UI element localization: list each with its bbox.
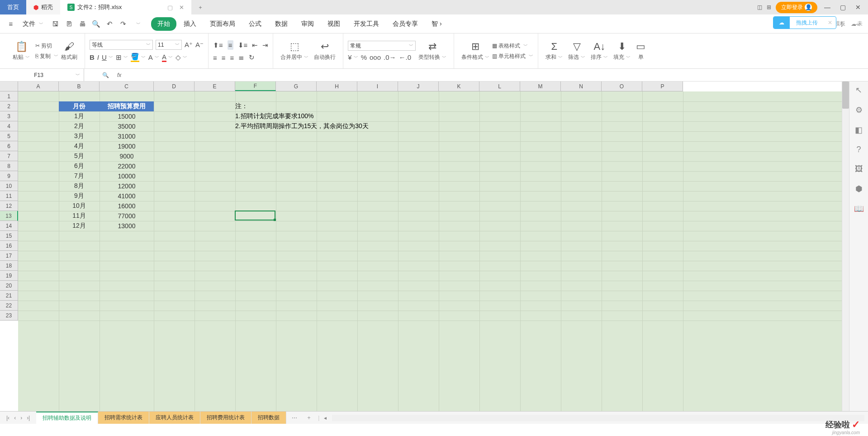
cell[interactable]: 4月	[59, 141, 100, 151]
formula-input[interactable]	[121, 69, 868, 81]
layout-panel-icon[interactable]: ◧	[855, 125, 863, 135]
column-header-E[interactable]: E	[194, 81, 235, 91]
align-middle-icon[interactable]: ≡	[228, 40, 233, 50]
column-header-C[interactable]: C	[100, 81, 154, 91]
format-painter-button[interactable]: 🖌格式刷	[58, 41, 80, 61]
tab-restore-icon[interactable]: ▢	[167, 4, 173, 11]
sheet-last-icon[interactable]: ›|	[27, 415, 30, 421]
minimize-button[interactable]: —	[822, 4, 833, 11]
export-icon[interactable]: 🖹	[63, 19, 74, 29]
column-header-L[interactable]: L	[479, 81, 520, 91]
menu-tab-dev[interactable]: 开发工具	[347, 17, 385, 31]
increase-decimal-icon[interactable]: .0→	[384, 53, 396, 61]
font-name-select[interactable]: 等线﹀	[90, 40, 153, 50]
undo-icon[interactable]: ↶	[104, 19, 115, 29]
column-header-H[interactable]: H	[317, 81, 357, 91]
row-header-4[interactable]: 4	[0, 121, 18, 131]
row-header-14[interactable]: 14	[0, 221, 18, 231]
cell[interactable]: 1月	[59, 111, 100, 121]
align-top-icon[interactable]: ⬆≡	[213, 41, 223, 49]
menu-tab-smart[interactable]: 智 ›	[425, 17, 448, 31]
tab-home[interactable]: 首页	[0, 0, 26, 14]
cell[interactable]: 招聘预算费用	[100, 101, 154, 111]
font-type-icon[interactable]: A﹀	[148, 53, 159, 61]
add-sheet-icon[interactable]: ＋	[303, 414, 315, 422]
column-header-P[interactable]: P	[642, 81, 683, 91]
zoom-search-icon[interactable]: 🔍	[102, 72, 109, 78]
justify-icon[interactable]: ≣	[238, 53, 244, 62]
sum-button[interactable]: Σ求和﹀	[543, 41, 565, 61]
cell[interactable]: 2月	[59, 121, 100, 131]
scroll-thumb[interactable]	[842, 81, 849, 109]
fill-button[interactable]: ⬇填充﹀	[611, 41, 633, 61]
column-header-G[interactable]: G	[276, 81, 317, 91]
row-header-12[interactable]: 12	[0, 201, 18, 211]
column-header-A[interactable]: A	[18, 81, 59, 91]
menu-tab-view[interactable]: 视图	[321, 17, 346, 31]
row-header-13[interactable]: 13	[0, 211, 18, 221]
qat-more-icon[interactable]: ﹀	[133, 19, 144, 29]
note-text[interactable]: 注：	[235, 101, 248, 111]
apps-icon[interactable]: ⊞	[767, 4, 771, 10]
fill-color-icon[interactable]: 🪣﹀	[131, 53, 146, 62]
column-header-K[interactable]: K	[439, 81, 479, 91]
sheet-tab-4[interactable]: 招聘费用统计表	[200, 412, 251, 424]
table-style-button[interactable]: ▦表格样式﹀	[492, 42, 533, 50]
book-icon[interactable]: 📖	[854, 204, 864, 214]
row-header-3[interactable]: 3	[0, 111, 18, 121]
cursor-select-icon[interactable]: ↖	[855, 85, 862, 95]
cell[interactable]: 12000	[100, 181, 154, 191]
login-button[interactable]: 立即登录 👤	[776, 2, 817, 13]
sheet-more-icon[interactable]: ⋯	[286, 415, 303, 421]
menu-tab-review[interactable]: 审阅	[295, 17, 320, 31]
sheet-next-icon[interactable]: ›	[20, 415, 22, 421]
column-header-M[interactable]: M	[520, 81, 561, 91]
sort-button[interactable]: A↓排序﹀	[588, 41, 611, 61]
menu-toggle-icon[interactable]: ≡	[5, 19, 16, 29]
menu-tab-insert[interactable]: 插入	[177, 17, 203, 31]
file-menu[interactable]: 文件 ﹀	[19, 18, 47, 30]
align-bottom-icon[interactable]: ⬇≡	[238, 41, 248, 49]
bold-icon[interactable]: B	[90, 53, 95, 61]
sheet-first-icon[interactable]: |‹	[6, 415, 9, 421]
cell[interactable]: 16000	[100, 201, 154, 211]
cut-button[interactable]: ✂剪切	[35, 42, 58, 50]
type-convert-button[interactable]: ⇄类型转换﹀	[416, 41, 449, 61]
note-text[interactable]: 2.平均招聘周期操作工为15天，其余岗位为30天	[235, 121, 369, 131]
row-header-5[interactable]: 5	[0, 131, 18, 141]
menu-kebab-icon[interactable]: ⋮	[836, 20, 847, 28]
row-header-1[interactable]: 1	[0, 91, 18, 101]
preview-icon[interactable]: 🔍	[90, 19, 101, 29]
close-window-button[interactable]: ✕	[853, 4, 863, 11]
tab-document[interactable]: S 文件2：招聘.xlsx ▢ ✕	[60, 0, 191, 14]
row-header-2[interactable]: 2	[0, 101, 18, 111]
font-color-icon[interactable]: A﹀	[162, 53, 173, 62]
row-header-19[interactable]: 19	[0, 271, 18, 281]
image-icon[interactable]: 🖼	[855, 164, 863, 174]
cell-button[interactable]: ▭单	[633, 41, 648, 61]
select-all-corner[interactable]	[0, 81, 18, 91]
collapse-ribbon-icon[interactable]: ︿	[852, 20, 863, 28]
row-header-20[interactable]: 20	[0, 281, 18, 291]
cell[interactable]: 9000	[100, 151, 154, 161]
cell[interactable]: 22000	[100, 161, 154, 171]
cell-style-button[interactable]: ▥单元格样式﹀	[492, 53, 533, 60]
redo-icon[interactable]: ↷	[118, 19, 128, 29]
align-right-icon[interactable]: ≡	[230, 54, 234, 62]
row-header-9[interactable]: 9	[0, 171, 18, 181]
tab-close-icon[interactable]: ✕	[179, 4, 184, 11]
decrease-decimal-icon[interactable]: ←.0	[399, 53, 412, 61]
cell[interactable]: 12月	[59, 221, 100, 231]
cell[interactable]: 10000	[100, 171, 154, 181]
layout-icon[interactable]: ◫	[757, 4, 762, 10]
merge-center-button[interactable]: ⬚合并居中﹀	[278, 41, 311, 61]
cells-area[interactable]: 月份招聘预算费用1月150002月350003月310004月190005月90…	[18, 91, 842, 411]
indent-decrease-icon[interactable]: ⇤	[252, 41, 258, 49]
cell[interactable]: 35000	[100, 121, 154, 131]
menu-tab-member[interactable]: 会员专享	[386, 17, 424, 31]
cell[interactable]: 9月	[59, 191, 100, 201]
clear-format-icon[interactable]: ◇﹀	[175, 53, 187, 62]
paste-button[interactable]: 📋粘贴﹀	[10, 41, 33, 61]
help-icon[interactable]: ?	[856, 145, 861, 154]
menu-tab-data[interactable]: 数据	[269, 17, 294, 31]
